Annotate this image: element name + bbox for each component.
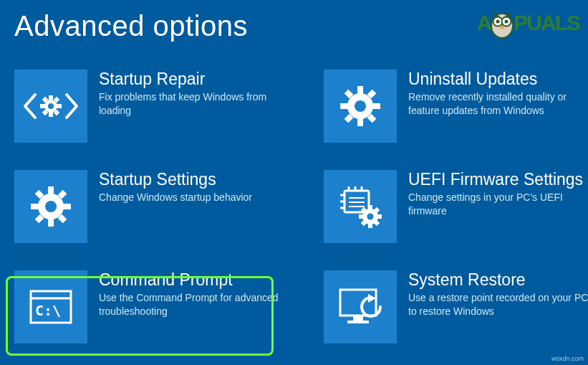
chip-gear-icon: [324, 170, 397, 243]
svg-rect-24: [62, 204, 71, 209]
owl-icon: [488, 7, 516, 39]
tile-title: UEFI Firmware Settings: [408, 170, 588, 189]
tile-desc: Use the Command Prompt for advanced trou…: [99, 291, 286, 317]
svg-rect-14: [372, 103, 380, 109]
svg-rect-2: [49, 111, 53, 117]
svg-rect-22: [48, 218, 54, 227]
svg-rect-11: [357, 86, 363, 95]
svg-rect-54: [353, 316, 363, 321]
command-prompt-icon: C:\: [14, 270, 87, 343]
tile-startup-settings[interactable]: Startup Settings Change Windows startup …: [14, 170, 286, 256]
monitor-restore-icon: [324, 270, 397, 343]
svg-point-49: [367, 214, 374, 220]
tile-title: Startup Repair: [99, 70, 286, 88]
tile-title: Uninstall Updates: [408, 70, 588, 88]
svg-point-60: [496, 20, 500, 24]
gear-icon: [14, 170, 87, 243]
svg-rect-41: [368, 205, 372, 211]
svg-rect-53: [340, 290, 376, 316]
svg-rect-21: [48, 186, 54, 195]
svg-rect-55: [347, 321, 369, 323]
tile-uefi-firmware[interactable]: UEFI Firmware Settings Change settings i…: [324, 170, 588, 256]
svg-rect-1: [49, 95, 53, 101]
svg-rect-44: [376, 214, 382, 219]
tile-desc: Change Windows startup behavior: [99, 191, 286, 204]
svg-rect-13: [340, 103, 349, 109]
svg-point-9: [48, 103, 54, 109]
watermark-text-right: PUALS: [514, 11, 579, 35]
svg-point-61: [505, 20, 509, 24]
tile-title: System Restore: [408, 270, 588, 289]
svg-rect-23: [31, 204, 39, 209]
tile-title: Command Prompt: [99, 270, 286, 289]
svg-rect-12: [357, 118, 363, 126]
svg-rect-3: [40, 104, 46, 108]
svg-marker-56: [368, 294, 376, 303]
options-grid: Startup Repair Fix problems that keep Wi…: [14, 70, 574, 356]
tile-uninstall-updates[interactable]: Uninstall Updates Remove recently instal…: [324, 70, 588, 156]
svg-rect-4: [56, 104, 62, 108]
tile-system-restore[interactable]: System Restore Use a restore point recor…: [324, 270, 588, 356]
tile-startup-repair[interactable]: Startup Repair Fix problems that keep Wi…: [14, 70, 286, 156]
gear-icon: [324, 70, 397, 143]
credit-text: wsxdn.com: [551, 355, 584, 362]
tile-desc: Change settings in your PC's UEFI firmwa…: [408, 191, 588, 217]
svg-point-19: [355, 100, 366, 112]
tile-title: Startup Settings: [99, 170, 286, 189]
watermark-logo: A PUALS: [477, 7, 579, 39]
svg-rect-42: [368, 222, 372, 228]
tile-command-prompt[interactable]: C:\ Command Prompt Use the Command Promp…: [14, 270, 286, 356]
svg-point-29: [45, 201, 57, 212]
tile-desc: Fix problems that keep Windows from load…: [99, 90, 286, 116]
svg-rect-43: [359, 214, 365, 219]
tile-desc: Remove recently installed quality or fea…: [408, 90, 588, 116]
tile-desc: Use a restore point recorded on your PC …: [408, 291, 588, 317]
startup-repair-icon: [14, 70, 87, 143]
svg-text:C:\: C:\: [35, 302, 61, 319]
